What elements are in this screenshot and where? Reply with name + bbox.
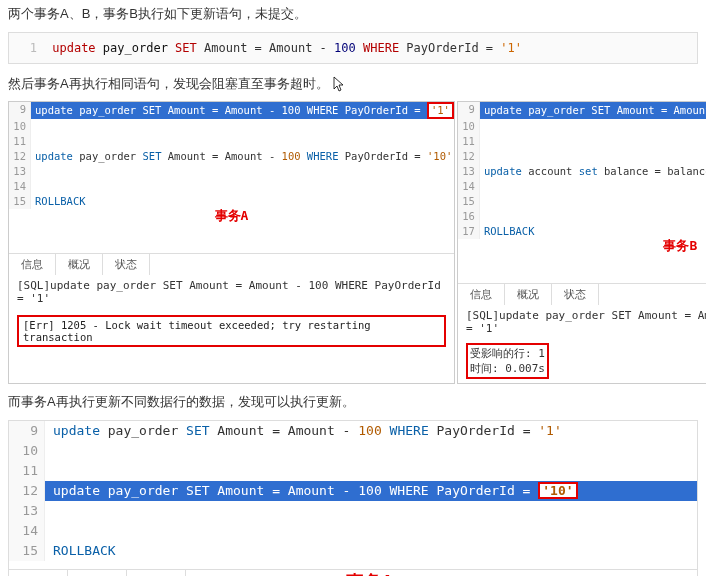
tabs-a: 信息 概况 状态	[9, 253, 454, 275]
intro-paragraph: 两个事务A、B，事务B执行如下更新语句，未提交。	[0, 0, 706, 32]
panel-b-label: 事务B	[458, 237, 706, 255]
tab-info[interactable]: 信息	[9, 570, 68, 577]
log-b-sql: [SQL]update pay_order SET Amount = Amoun…	[458, 305, 706, 339]
big-label: 事务A	[346, 570, 393, 577]
kw-where: WHERE	[363, 41, 399, 55]
literal-string: '1'	[500, 41, 522, 55]
tab-overview[interactable]: 概况	[505, 284, 552, 305]
highlight-value-a: '1'	[427, 102, 454, 119]
editor-a: 9update pay_order SET Amount = Amount - …	[9, 102, 454, 209]
tabs-b: 信息 概况 状态	[458, 283, 706, 305]
line-number: 1	[19, 41, 37, 55]
big-line-9: update pay_order SET Amount = Amount - 1…	[45, 421, 697, 441]
log-a-sql: [SQL]update pay_order SET Amount = Amoun…	[9, 275, 454, 309]
sql-code-block-1: 1 update pay_order SET Amount = Amount -…	[8, 32, 698, 64]
big-line-12: update pay_order SET Amount = Amount - 1…	[45, 481, 697, 501]
tab-status[interactable]: 状态	[127, 570, 186, 577]
kw-set: SET	[175, 41, 197, 55]
stats-box-b: 受影响的行: 1 时间: 0.007s	[466, 343, 549, 379]
big-tabs: 信息 概况 状态 事务A	[9, 569, 697, 577]
cursor-icon	[332, 76, 348, 92]
line-9a: update pay_order SET Amount = Amount - 1…	[31, 102, 454, 119]
para-3: 而事务A再执行更新不同数据行的数据，发现可以执行更新。	[0, 388, 706, 420]
tab-overview[interactable]: 概况	[56, 254, 103, 275]
error-box-a: [Err] 1205 - Lock wait timeout exceeded;…	[17, 315, 446, 347]
panel-a-label: 事务A	[9, 207, 454, 225]
tab-info[interactable]: 信息	[9, 254, 56, 275]
tab-status[interactable]: 状态	[552, 284, 599, 305]
line-9b: update pay_order SET Amount = Amount - 1…	[480, 102, 706, 119]
kw-update: update	[52, 41, 95, 55]
highlight-value-big: '10'	[538, 482, 577, 499]
big-editor: 9update pay_order SET Amount = Amount - …	[8, 420, 698, 577]
tab-overview[interactable]: 概况	[68, 570, 127, 577]
panel-a: 9update pay_order SET Amount = Amount - …	[8, 101, 455, 384]
tab-status[interactable]: 状态	[103, 254, 150, 275]
panel-b: 9update pay_order SET Amount = Amount - …	[457, 101, 706, 384]
two-panel-container: 9update pay_order SET Amount = Amount - …	[8, 101, 698, 384]
line-12a: update pay_order SET Amount = Amount - 1…	[31, 149, 454, 164]
line-13b: update account set balance = balance - 5…	[480, 164, 706, 179]
tab-info[interactable]: 信息	[458, 284, 505, 305]
mid-paragraph: 然后事务A再执行相同语句，发现会阻塞直至事务超时。	[0, 70, 706, 102]
editor-b: 9update pay_order SET Amount = Amount - …	[458, 102, 706, 239]
literal-number: 100	[334, 41, 356, 55]
